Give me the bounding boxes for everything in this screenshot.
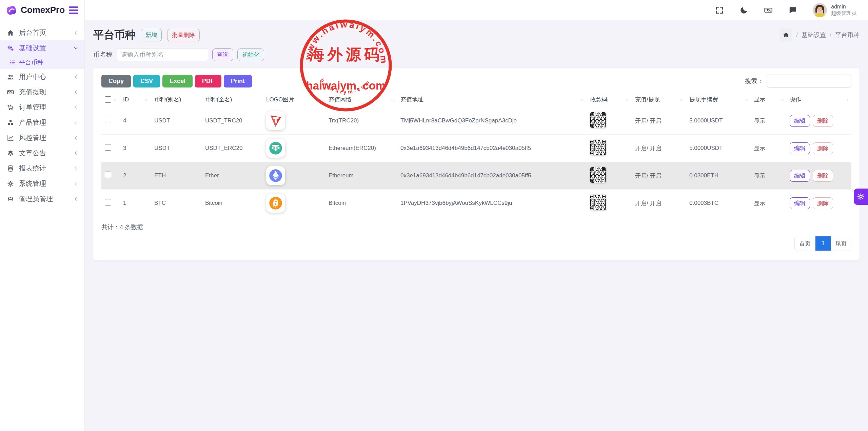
home-icon xyxy=(7,29,14,37)
column-header-deposit-withdraw[interactable]: 充值/提现↑↓ xyxy=(632,92,686,107)
breadcrumb-item-current: 平台币种 xyxy=(835,31,860,39)
column-header-id[interactable]: ID↑↓ xyxy=(120,92,151,107)
sidebar-item-basic-settings[interactable]: 基础设置 xyxy=(0,40,84,56)
column-header-select[interactable]: ↑↓ xyxy=(101,92,120,107)
coins-table: ↑↓ ID↑↓币种(别名)币种(全名)LOGO图片↑↓充值网络↑↓充值地址↑↓收… xyxy=(101,92,851,217)
pagination-last[interactable]: 尾页 xyxy=(831,236,851,251)
delete-button[interactable]: 删除 xyxy=(813,170,833,182)
edit-button[interactable]: 编辑 xyxy=(790,170,810,182)
sort-icon: ↑↓ xyxy=(845,97,848,102)
dark-mode-moon-icon[interactable] xyxy=(739,6,748,15)
list-icon xyxy=(9,59,16,65)
column-label: LOGO图片 xyxy=(266,96,294,103)
delete-button[interactable]: 删除 xyxy=(813,115,833,127)
row-select-cell xyxy=(101,190,120,217)
gear-icon xyxy=(7,180,14,188)
brand-name: ComexPro xyxy=(21,5,65,15)
cell-network: Ethereum(ERC20) xyxy=(325,135,397,162)
column-label: 充值网络 xyxy=(329,96,352,103)
table-row: 3 USDT USDT_ERC20 Ethereum(ERC20) 0x3e1a… xyxy=(101,135,851,162)
search-label: 搜索： xyxy=(745,77,763,85)
hamburger-menu-icon[interactable] xyxy=(69,6,78,14)
pagination-first[interactable]: 首页 xyxy=(795,236,815,251)
qr-code-image xyxy=(590,140,606,155)
breadcrumb-item[interactable]: 基础设置 xyxy=(802,31,826,39)
sidebar-header: ComexPro xyxy=(0,0,84,20)
sort-icon: ↑↓ xyxy=(625,97,628,102)
sidebar-item-order-management[interactable]: 订单管理 xyxy=(0,100,84,115)
chat-icon[interactable] xyxy=(788,6,797,15)
delete-button[interactable]: 删除 xyxy=(813,142,833,154)
chevron-icon xyxy=(73,90,78,95)
cell-network: Trx(TRC20) xyxy=(325,107,397,135)
export-pdf-button[interactable]: PDF xyxy=(195,75,221,87)
cell-actions: 编辑删除 xyxy=(786,107,851,135)
row-select-cell xyxy=(101,162,120,190)
column-header-logo[interactable]: LOGO图片↑↓ xyxy=(263,92,325,107)
export-copy-button[interactable]: Copy xyxy=(101,75,131,87)
row-checkbox[interactable] xyxy=(105,117,111,123)
chevron-icon xyxy=(73,105,78,110)
table-search-input[interactable] xyxy=(767,75,851,87)
edit-button[interactable]: 编辑 xyxy=(790,197,810,209)
export-excel-button[interactable]: Excel xyxy=(162,75,193,87)
cell-logo xyxy=(263,107,325,135)
fullscreen-icon[interactable] xyxy=(715,6,724,15)
sidebar-item-deposit-withdraw[interactable]: 充值提现 xyxy=(0,84,84,100)
sidebar-item-system[interactable]: 系统管理 xyxy=(0,176,84,191)
column-header-display[interactable]: 显示↑↓ xyxy=(750,92,786,107)
delete-button[interactable]: 删除 xyxy=(813,197,833,209)
column-header-address[interactable]: 充值地址↑↓ xyxy=(397,92,587,107)
floating-settings-button[interactable] xyxy=(854,189,868,205)
column-header-network[interactable]: 充值网络↑↓ xyxy=(325,92,397,107)
row-checkbox[interactable] xyxy=(105,144,111,151)
sidebar-item-reports[interactable]: 报表统计 xyxy=(0,161,84,176)
select-all-checkbox[interactable] xyxy=(105,96,111,103)
layers-icon xyxy=(7,150,14,157)
row-checkbox[interactable] xyxy=(105,199,111,205)
avatar[interactable] xyxy=(813,3,827,17)
edit-button[interactable]: 编辑 xyxy=(790,142,810,154)
export-print-button[interactable]: Print xyxy=(224,75,252,87)
export-csv-button[interactable]: CSV xyxy=(133,75,160,87)
column-header-fee[interactable]: 提现手续费↑↓ xyxy=(686,92,750,107)
column-header-qrcode[interactable]: 收款码↑↓ xyxy=(587,92,632,107)
cell-fullname: Bitcoin xyxy=(202,190,263,217)
sidebar-item-label: 文章公告 xyxy=(19,149,68,158)
edit-button[interactable]: 编辑 xyxy=(790,115,810,127)
sidebar-item-articles[interactable]: 文章公告 xyxy=(0,145,84,161)
sort-icon: ↑↓ xyxy=(319,97,322,102)
sidebar-item-platform-coins[interactable]: 平台币种 xyxy=(0,56,84,69)
cell-logo xyxy=(263,135,325,162)
coin-name-input[interactable] xyxy=(117,48,208,61)
reset-button[interactable]: 初始化 xyxy=(237,48,264,61)
user-menu[interactable]: admin 超级管理员 xyxy=(813,3,856,17)
main-area: admin 超级管理员 平台币种 新增 批量删除 / 基础设置 / 平台币种 币… xyxy=(85,0,868,431)
sidebar-item-risk-management[interactable]: 风控管理 xyxy=(0,130,84,145)
title-row: 平台币种 新增 批量删除 / 基础设置 / 平台币种 xyxy=(93,28,860,42)
query-button[interactable]: 查询 xyxy=(212,48,233,61)
breadcrumb-home-icon[interactable] xyxy=(780,28,792,41)
btc-logo xyxy=(266,194,285,213)
wallet-icon[interactable] xyxy=(764,6,773,15)
sidebar-item-product-management[interactable]: 产品管理 xyxy=(0,115,84,130)
add-button[interactable]: 新增 xyxy=(141,29,162,41)
column-label: 操作 xyxy=(790,96,801,103)
column-header-fullname: 币种(全名) xyxy=(202,92,263,107)
pagination-page-1[interactable]: 1 xyxy=(815,236,831,251)
chevron-icon xyxy=(73,30,78,35)
brand[interactable]: ComexPro xyxy=(5,4,65,16)
cell-qrcode xyxy=(587,135,632,162)
cell-display: 显示 xyxy=(750,190,786,217)
sidebar-item-label: 系统管理 xyxy=(19,179,68,188)
sidebar: ComexPro 后台首页 基础设置 平台币种 用户中心 充值提现 订单管理 产… xyxy=(0,0,85,431)
sidebar-item-dashboard[interactable]: 后台首页 xyxy=(0,25,84,40)
total-count-text: 共计：4 条数据 xyxy=(101,223,851,231)
column-header-actions[interactable]: 操作↑↓ xyxy=(786,92,851,107)
batch-delete-button[interactable]: 批量删除 xyxy=(167,29,200,41)
sidebar-item-user-center[interactable]: 用户中心 xyxy=(0,69,84,84)
row-checkbox[interactable] xyxy=(105,172,111,178)
users-icon xyxy=(7,73,14,81)
sidebar-item-admins[interactable]: 管理员管理 xyxy=(0,191,84,207)
cell-deposit-withdraw: 开启/ 开启 xyxy=(632,135,686,162)
